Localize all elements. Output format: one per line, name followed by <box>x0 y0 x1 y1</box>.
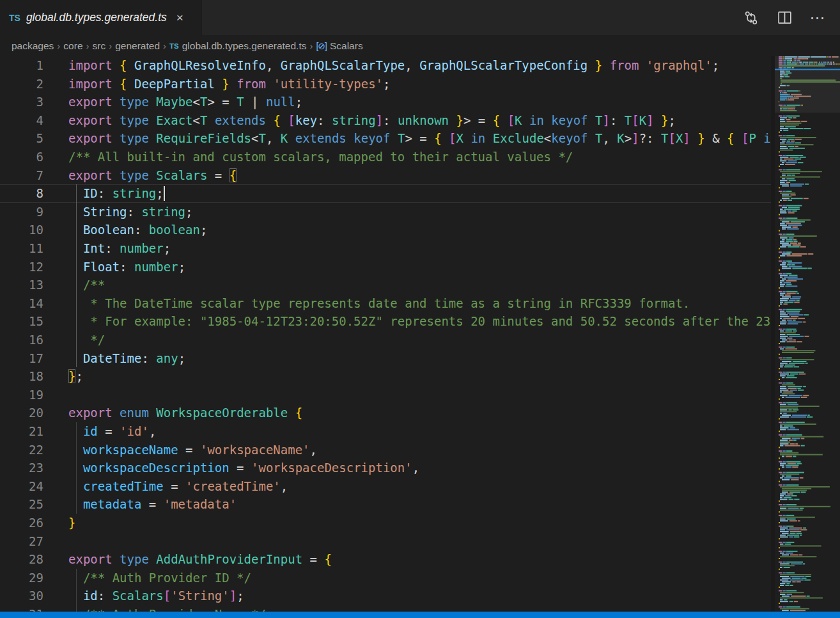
line-number[interactable]: 11 <box>0 239 43 258</box>
line-number[interactable]: 31 <box>0 605 43 612</box>
code-line[interactable]: export enum WorkspaceOrderable { <box>68 404 302 422</box>
line-number[interactable]: 10 <box>0 221 43 239</box>
split-editor-icon[interactable] <box>776 10 793 26</box>
breadcrumb-item-generated[interactable]: generated <box>115 40 160 52</box>
bracket-match: } <box>68 369 75 383</box>
line-number[interactable]: 13 <box>0 276 43 294</box>
breadcrumb-item-scalars[interactable]: [⊘]Scalars <box>316 40 362 52</box>
text-cursor <box>164 186 165 201</box>
code-line[interactable]: }; <box>68 367 83 386</box>
code-line[interactable]: export type RequireFields<T, K extends k… <box>68 129 771 148</box>
code-line[interactable]: /** <box>68 276 105 294</box>
code-line[interactable]: Float: number; <box>68 258 185 276</box>
breadcrumb-item-src[interactable]: src <box>93 40 106 52</box>
line-number[interactable]: 6 <box>0 148 43 166</box>
code-line[interactable]: import { GraphQLResolveInfo, GraphQLScal… <box>68 56 719 75</box>
line-number[interactable]: 15 <box>0 312 43 331</box>
breadcrumb-item-packages[interactable]: packages <box>12 40 54 52</box>
breadcrumb: packages›core›src›generated›TSglobal.db.… <box>0 35 840 56</box>
code-line[interactable]: export type Scalars = { <box>68 166 237 185</box>
editor-actions: ⋯ <box>743 0 840 35</box>
status-bar <box>0 612 840 618</box>
code-line[interactable]: DateTime: any; <box>68 349 185 368</box>
breadcrumb-separator-icon: › <box>86 40 89 51</box>
breadcrumb-label: packages <box>12 40 54 52</box>
symbol-object-icon: [⊘] <box>316 41 327 51</box>
line-number[interactable]: 26 <box>0 514 43 532</box>
minimap[interactable] <box>775 56 840 612</box>
code-editor[interactable]: 1import { GraphQLResolveInfo, GraphQLSca… <box>0 56 840 612</box>
code-line[interactable]: metadata = 'metadata' <box>68 495 237 514</box>
line-number[interactable]: 4 <box>0 111 43 130</box>
breadcrumb-item-core[interactable]: core <box>63 40 82 52</box>
open-changes-icon[interactable] <box>743 10 759 26</box>
bracket-match: { <box>229 168 237 182</box>
close-icon[interactable]: × <box>176 12 183 24</box>
line-number[interactable]: 2 <box>0 75 43 93</box>
vscode-window: TS global.db.types.generated.ts × <box>0 0 840 618</box>
code-line[interactable]: ID: string; <box>68 184 164 203</box>
line-number[interactable]: 8 <box>0 184 43 203</box>
code-line[interactable]: * The DateTime scalar type represents da… <box>68 294 690 313</box>
breadcrumb-separator-icon: › <box>109 40 112 51</box>
tab-bar: TS global.db.types.generated.ts × <box>0 0 840 35</box>
code-line[interactable]: /** Auth Provider ID */ <box>68 569 251 587</box>
code-line[interactable]: /** Auth Provider Name */ <box>68 605 266 612</box>
breadcrumb-label: core <box>63 40 82 52</box>
breadcrumb-label: generated <box>115 40 160 52</box>
code-line[interactable]: export type Exact<T extends { [key: stri… <box>68 111 676 130</box>
line-number[interactable]: 24 <box>0 477 43 496</box>
code-line[interactable]: export type Maybe<T> = T | null; <box>68 93 302 111</box>
line-number[interactable]: 25 <box>0 495 43 514</box>
typescript-file-icon: TS <box>169 42 179 50</box>
code-line[interactable]: import { DeepPartial } from 'utility-typ… <box>68 75 390 93</box>
line-number[interactable]: 12 <box>0 258 43 276</box>
code-line[interactable]: workspaceName = 'workspaceName', <box>68 441 317 459</box>
breadcrumb-item-global-db-types-generated-ts[interactable]: TSglobal.db.types.generated.ts <box>169 40 306 52</box>
line-number[interactable]: 30 <box>0 587 43 605</box>
tab-global-db-types[interactable]: TS global.db.types.generated.ts × <box>0 0 202 35</box>
code-line[interactable]: id: Scalars['String']; <box>68 587 244 605</box>
line-number[interactable]: 29 <box>0 569 43 587</box>
code-line[interactable]: createdTime = 'createdTime', <box>68 477 288 496</box>
code-line[interactable]: Int: number; <box>68 239 171 258</box>
line-number[interactable]: 3 <box>0 93 43 111</box>
line-number[interactable]: 17 <box>0 349 43 368</box>
code-line[interactable]: String: string; <box>68 203 193 221</box>
line-number[interactable]: 9 <box>0 203 43 221</box>
line-number[interactable]: 5 <box>0 129 43 148</box>
line-number[interactable]: 23 <box>0 459 43 477</box>
line-number[interactable]: 7 <box>0 166 43 185</box>
breadcrumb-separator-icon: › <box>163 40 166 51</box>
line-number[interactable]: 28 <box>0 550 43 569</box>
line-number[interactable]: 20 <box>0 404 43 422</box>
code-line[interactable]: workspaceDescription = 'workspaceDescrip… <box>68 459 419 477</box>
code-line[interactable]: } <box>68 514 75 532</box>
breadcrumb-separator-icon: › <box>309 40 313 51</box>
code-line[interactable]: /** All built-in and custom scalars, map… <box>68 148 573 166</box>
tab-title: global.db.types.generated.ts <box>26 11 167 24</box>
line-number[interactable]: 27 <box>0 532 43 551</box>
line-number[interactable]: 14 <box>0 294 43 313</box>
line-number[interactable]: 18 <box>0 367 43 386</box>
typescript-file-icon: TS <box>9 13 20 23</box>
code-line[interactable]: Boolean: boolean; <box>68 221 207 239</box>
code-line[interactable]: id = 'id', <box>68 422 156 441</box>
breadcrumb-label: global.db.types.generated.ts <box>182 40 307 52</box>
line-number[interactable]: 19 <box>0 386 43 404</box>
code-line[interactable]: */ <box>68 331 105 349</box>
code-viewport[interactable]: 1import { GraphQLResolveInfo, GraphQLSca… <box>0 56 771 612</box>
breadcrumb-separator-icon: › <box>57 40 60 51</box>
line-number[interactable]: 16 <box>0 331 43 349</box>
breadcrumb-label: Scalars <box>330 40 363 52</box>
code-line[interactable]: export type AddAuthProviderInput = { <box>68 550 332 569</box>
code-line[interactable]: * For example: "1985-04-12T23:20:50.52Z"… <box>68 312 771 331</box>
line-number[interactable]: 1 <box>0 56 43 75</box>
more-actions-icon[interactable]: ⋯ <box>809 10 826 26</box>
line-number[interactable]: 22 <box>0 441 43 459</box>
breadcrumb-label: src <box>93 40 106 52</box>
line-number[interactable]: 21 <box>0 422 43 441</box>
